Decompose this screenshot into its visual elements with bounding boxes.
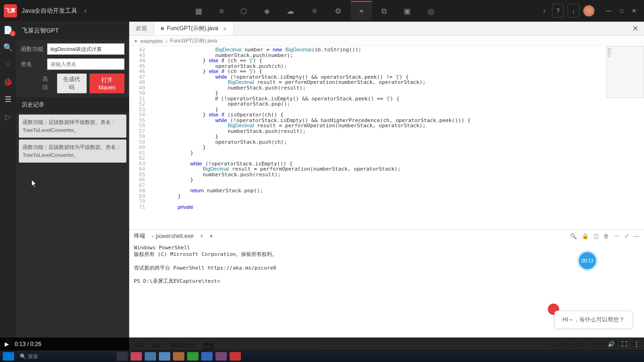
toolbar-link-icon[interactable]: ⚭ — [351, 1, 372, 20]
gpt-panel-icon[interactable]: ☰ — [5, 95, 11, 104]
taskbar[interactable]: 🔍 搜索 — [0, 351, 644, 362]
taskbar-app[interactable] — [230, 352, 241, 361]
app-logo: 飞算 — [4, 4, 17, 17]
player-time: 0:13 / 0:26 — [15, 341, 41, 347]
breadcrumb[interactable]: ▸ examples › FuncGPT(示例).java — [129, 36, 644, 46]
tab-welcome[interactable]: 欢迎 — [129, 22, 154, 35]
activity-bar: 📄1 🔍 ⑂ 🐞 ☰ ▷ ⚙ — [0, 22, 16, 351]
timer-badge: 00:13 — [579, 252, 596, 269]
terminal-maximize-icon[interactable]: ⤢ — [624, 233, 629, 239]
taskbar-app[interactable] — [145, 352, 156, 361]
advanced-link[interactable]: 高级 — [41, 74, 54, 93]
debug-icon[interactable]: 🐞 — [3, 77, 13, 86]
tab-label: FuncGPT(示例).java — [167, 25, 218, 33]
taskbar-app[interactable] — [173, 352, 184, 361]
download-icon[interactable]: ↓ — [568, 4, 579, 17]
maximize-icon[interactable]: □ — [616, 6, 627, 16]
line-gutter: 4243444546474849505152535455565758596061… — [129, 46, 149, 229]
volume-icon[interactable]: 🔊 — [608, 341, 615, 347]
terminal-trash-icon[interactable]: 🗑 — [603, 233, 609, 239]
close-icon[interactable]: ✕ — [628, 6, 640, 16]
tab-file[interactable]: FuncGPT(示例).java × — [154, 22, 234, 35]
player-more-icon[interactable]: ⋮ — [634, 341, 639, 347]
video-player-bar: ▶ 0:13 / 0:26 🔊 ⛶ ⋮ — [0, 337, 644, 351]
files-icon[interactable]: 📄1 — [3, 25, 13, 34]
chat-bubble[interactable]: HI～，有什么可以帮您？ — [554, 311, 633, 329]
toolbar-grid-icon[interactable]: ▦ — [188, 1, 210, 20]
branch-icon[interactable]: ⑂ — [6, 60, 10, 69]
run-icon[interactable]: ▷ — [5, 112, 11, 121]
taskbar-app[interactable] — [131, 352, 142, 361]
nav-next-icon[interactable]: › — [537, 2, 552, 20]
terminal-close-icon[interactable]: — — [634, 233, 639, 239]
toolbar-hex-icon[interactable]: ⬡ — [233, 1, 255, 20]
taskbar-app[interactable] — [187, 352, 198, 361]
chevron-right-icon: › — [165, 38, 167, 44]
toolbar-clip-icon[interactable]: ▣ — [396, 1, 418, 20]
func-input[interactable] — [47, 43, 124, 55]
toolbar-jar-icon[interactable]: ☁ — [279, 1, 302, 20]
taskbar-app[interactable] — [215, 352, 227, 361]
start-icon[interactable] — [3, 352, 14, 361]
search-activity-icon[interactable]: 🔍 — [3, 43, 13, 52]
titlebar: 飞算 Java全自动开发工具 ‹ ▦ ≡ ⬡ ◈ ☁ ⚛ ⚙ ⚭ ⧉ ▣ ◎ ›… — [0, 0, 644, 22]
terminal-panel: 终端 ▫ powershell.exe + ▾ 🔍 🔒 ◫ 🗑 ⋯ ⤢ — Wi… — [129, 229, 644, 351]
terminal-dropdown-icon[interactable]: ▾ — [210, 233, 213, 239]
terminal-lock-icon[interactable]: 🔒 — [582, 233, 589, 239]
history-item[interactable]: 函数功能：层级数据转平级数据。类名：TreeToLevelConverter。 — [19, 115, 126, 138]
toolbar-camera-icon[interactable]: ◎ — [420, 1, 442, 20]
toolbar-atom-icon[interactable]: ⚛ — [304, 1, 325, 20]
terminal-add-button[interactable]: + — [200, 233, 203, 239]
maven-button[interactable]: 打开Maven — [90, 74, 124, 93]
breadcrumb-file[interactable]: FuncGPT(示例).java — [170, 37, 217, 44]
tab-close-icon[interactable]: × — [223, 25, 227, 33]
code-editor[interactable]: BigDecimal number = new BigDecimal(sb.to… — [149, 46, 644, 229]
toolbar-copy-icon[interactable]: ⧉ — [374, 1, 394, 20]
editor-area: 欢迎 FuncGPT(示例).java × ✕ ▸ examples › Fun… — [129, 22, 644, 351]
taskbar-search[interactable]: 🔍 搜索 — [20, 353, 38, 360]
terminal-tab[interactable]: 终端 — [134, 232, 145, 240]
terminal-split-icon[interactable]: ◫ — [594, 233, 599, 239]
breadcrumb-folder[interactable]: examples — [140, 38, 163, 44]
app-title: Java全自动开发工具 — [22, 7, 77, 15]
generate-button[interactable]: 生成代码 — [57, 74, 87, 93]
class-label: 类名 — [21, 60, 47, 68]
files-badge: 1 — [10, 31, 16, 36]
history-item[interactable]: 函数功能：层级数据转为平级数据。类名：TreeToLevelConverter。 — [19, 140, 126, 163]
help-icon[interactable]: ? — [552, 4, 564, 17]
side-panel: 飞算云智GPT 函数功能 类名 高级 生成代码 打开Maven 历史记录 函数功… — [16, 22, 129, 351]
toolbar-cube-icon[interactable]: ◈ — [256, 1, 277, 20]
fullscreen-icon[interactable]: ⛶ — [621, 341, 627, 347]
editor-tabs: 欢迎 FuncGPT(示例).java × ✕ — [129, 22, 644, 36]
tabs-close-all-icon[interactable]: ✕ — [627, 22, 644, 35]
nav-prev-icon[interactable]: ‹ — [77, 2, 93, 20]
minimap[interactable]: ▬▬▬▬▬▬▬▬▬▬▬▬▬▬▬▬▬▬▬▬▬▬▬▬▬▬▬▬▬▬▬▬ — [606, 46, 644, 98]
modified-dot-icon — [161, 27, 164, 30]
toolbar-tune-icon[interactable]: ⚙ — [327, 1, 349, 20]
play-icon[interactable]: ▶ — [5, 341, 9, 347]
taskbar-app[interactable] — [159, 352, 170, 361]
terminal-more-icon[interactable]: ⋯ — [614, 233, 619, 239]
terminal-search-icon[interactable]: 🔍 — [570, 233, 577, 239]
tab-label: 欢迎 — [136, 25, 147, 33]
taskbar-app[interactable] — [116, 352, 128, 361]
taskbar-app[interactable] — [201, 352, 213, 361]
panel-title: 飞算云智GPT — [16, 22, 129, 40]
class-input[interactable] — [47, 58, 124, 70]
folder-icon: ▸ — [135, 38, 138, 44]
minimize-icon[interactable]: — — [602, 6, 615, 16]
avatar[interactable] — [583, 5, 594, 16]
toolbar-list-icon[interactable]: ≡ — [212, 1, 231, 20]
terminal-shell[interactable]: ▫ powershell.exe — [152, 233, 193, 239]
history-title: 历史记录 — [16, 97, 129, 113]
func-label: 函数功能 — [21, 45, 47, 53]
